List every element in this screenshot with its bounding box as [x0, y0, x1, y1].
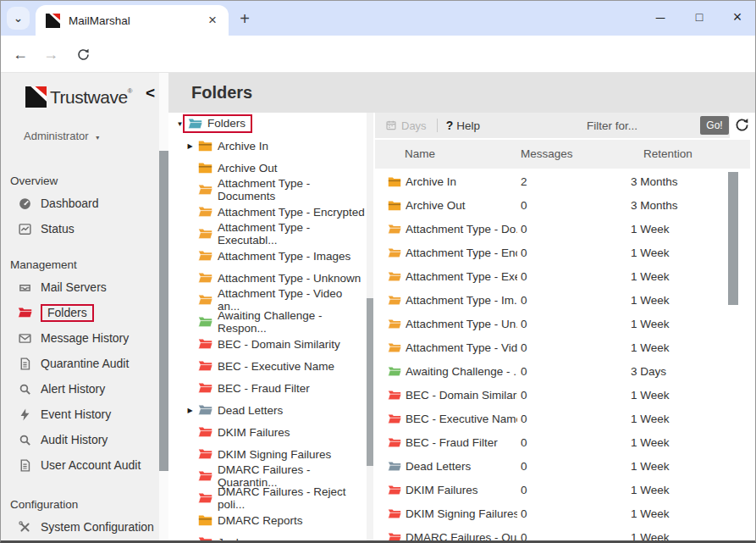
help-button[interactable]: ? Help	[446, 119, 480, 132]
tree-item-dkim-failures[interactable]: DKIM Failures	[168, 421, 367, 443]
sidebar-scrollbar-thumb[interactable]	[159, 151, 168, 471]
tree-item-attachment-type-unknown[interactable]: Attachment Type - Unknown	[168, 267, 367, 289]
column-header-name[interactable]: Name	[405, 147, 435, 160]
browser-tab[interactable]: MailMarshal ×	[36, 5, 229, 36]
tree-item-attachment-type-documents[interactable]: Attachment Type - Documents	[168, 179, 367, 201]
table-body: Archive In23 MonthsArchive Out03 MonthsA…	[375, 170, 750, 543]
table-row-dead-letters[interactable]: Dead Letters01 Week	[375, 455, 750, 479]
sidebar-scrollbar[interactable]	[159, 73, 168, 543]
tree-label-box: BEC - Executive Name	[196, 360, 334, 373]
tree-item-awaiting-challenge-respon[interactable]: Awaiting Challenge - Respon...	[168, 311, 367, 333]
filter-input[interactable]	[587, 115, 697, 136]
sidebar-item-mail-servers[interactable]: Mail Servers	[0, 274, 168, 300]
folder-open-icon	[388, 413, 401, 424]
tree-item-attachment-type-video-an[interactable]: Attachment Type - Video an...	[168, 289, 367, 311]
sidebar-item-audit-history[interactable]: Audit History	[0, 427, 168, 452]
refresh-button[interactable]	[734, 117, 751, 134]
cell-name: Archive Out	[406, 199, 517, 212]
tab-close-icon[interactable]: ×	[205, 12, 220, 29]
tree-item-dmarc-reports[interactable]: DMARC Reports	[168, 509, 367, 531]
cell-messages: 0	[521, 389, 527, 402]
table-row-dmarc-failures-qua[interactable]: DMARC Failures - Qua...01 Week	[375, 526, 750, 543]
tree-item-bec-domain-similarity[interactable]: BEC - Domain Similarity	[168, 333, 367, 355]
go-button[interactable]: Go!	[700, 116, 729, 135]
sidebar-item-event-history[interactable]: Event History	[0, 402, 168, 427]
folder-open-icon	[388, 271, 401, 282]
table-row-bec-executive-name[interactable]: BEC - Executive Name01 Week	[375, 407, 750, 431]
sidebar-item-message-history[interactable]: Message History	[0, 325, 168, 351]
sidebar-item-user-account-audit[interactable]: User Account Audit	[0, 452, 168, 478]
sidebar-item-system-configuration[interactable]: System Configuration	[0, 514, 168, 540]
table-row-awaiting-challenge[interactable]: Awaiting Challenge - ...03 Days	[375, 360, 750, 384]
sidebar-item-quarantine-audit[interactable]: Quarantine Audit	[0, 351, 168, 376]
folder-open-icon	[196, 426, 218, 438]
reload-button[interactable]	[70, 36, 96, 73]
table-row-archive-out[interactable]: Archive Out03 Months	[375, 194, 750, 218]
content-toolbar: Days ? Help Go!	[375, 113, 730, 138]
tab-list-button[interactable]: ⌄	[7, 7, 30, 30]
window-close-button[interactable]: ×	[719, 0, 756, 34]
tree-item-label: Folders	[207, 117, 246, 130]
cell-messages: 0	[521, 270, 527, 283]
tree-item-dmarc-failures-quarantin[interactable]: DMARC Failures - Quarantin...	[168, 465, 367, 487]
sidebar-item-alert-history[interactable]: Alert History	[0, 376, 168, 402]
tree-item-attachment-type-executabl[interactable]: Attachment Type - Executabl...	[168, 223, 367, 245]
sidebar-item-email-policy[interactable]: Email Policy	[0, 540, 168, 543]
tree-item-attachment-type-encrypted[interactable]: Attachment Type - Encrypted	[168, 201, 367, 223]
table-row-dkim-failures[interactable]: DKIM Failures01 Week	[375, 479, 750, 502]
folder-open-icon	[196, 338, 218, 350]
tree-scrollbar-thumb[interactable]	[367, 298, 373, 466]
cell-messages: 0	[521, 436, 527, 449]
table-row-attachment-type-im[interactable]: Attachment Type - Im...01 Week	[375, 289, 750, 313]
tree-item-archive-in[interactable]: ▶Archive In	[168, 135, 367, 157]
new-tab-button[interactable]: +	[234, 8, 256, 30]
table-row-attachment-type-do[interactable]: Attachment Type - Do...01 Week	[375, 218, 750, 241]
tree-item-bec-executive-name[interactable]: BEC - Executive Name	[168, 355, 367, 377]
page-header: Folders	[168, 73, 756, 113]
table-row-dkim-signing-failures[interactable]: DKIM Signing Failures01 Week	[375, 502, 750, 526]
doc-icon	[17, 457, 32, 473]
tree-item-dmarc-failures-reject-poli[interactable]: DMARC Failures - Reject poli...	[168, 487, 367, 509]
folder-open-icon	[196, 206, 218, 218]
window-minimize-button[interactable]: ─	[642, 0, 679, 34]
expander-right-icon[interactable]: ▶	[184, 407, 196, 414]
table-row-bec-fraud-filter[interactable]: BEC - Fraud Filter01 Week	[375, 431, 750, 455]
sidebar-item-label: Alert History	[41, 382, 105, 396]
window-maximize-button[interactable]: □	[681, 0, 718, 34]
table-row-attachment-type-un[interactable]: Attachment Type - Un...01 Week	[375, 313, 750, 336]
back-button[interactable]: ←	[8, 36, 33, 73]
tree-item-bec-fraud-filter[interactable]: BEC - Fraud Filter	[168, 377, 367, 399]
tree-item-dkim-signing-failures[interactable]: DKIM Signing Failures	[168, 443, 367, 465]
days-button[interactable]: Days	[385, 119, 427, 132]
sidebar-item-dashboard[interactable]: Dashboard	[0, 191, 168, 216]
tree-item-folders[interactable]: ▼Folders	[168, 113, 367, 135]
expander-right-icon[interactable]: ▶	[184, 142, 196, 150]
column-header-messages[interactable]: Messages	[521, 147, 573, 160]
sidebar-collapse-button[interactable]: <	[146, 84, 155, 103]
tree-label-box: Dead Letters	[196, 404, 283, 417]
tree-scrollbar[interactable]	[367, 113, 373, 543]
cell-name: DKIM Failures	[406, 484, 517, 496]
sidebar-item-folders[interactable]: Folders	[0, 300, 168, 325]
table-row-attachment-type-vid[interactable]: Attachment Type - Vid...01 Week	[375, 336, 750, 360]
column-header-retention[interactable]: Retention	[643, 147, 693, 160]
tree-item-dead-letters[interactable]: ▶Dead Letters	[168, 399, 367, 421]
user-menu[interactable]: Administrator ▾	[24, 130, 168, 142]
tree-item-junk[interactable]: Junk	[168, 531, 367, 543]
tree-item-archive-out[interactable]: Archive Out	[168, 157, 367, 179]
table-row-attachment-type-enc[interactable]: Attachment Type - Enc...01 Week	[375, 241, 750, 265]
table-scrollbar-thumb[interactable]	[728, 172, 738, 305]
sidebar-item-status[interactable]: Status	[0, 216, 168, 241]
table-row-bec-domain-similarity[interactable]: BEC - Domain Similarity01 Week	[375, 384, 750, 407]
tree-item-attachment-type-images[interactable]: Attachment Type - Images	[168, 245, 367, 267]
sidebar-section-label-management: Management	[10, 258, 168, 271]
tree-item-label: Awaiting Challenge - Respon...	[218, 309, 367, 335]
folder-open-icon	[388, 508, 401, 519]
chart-icon	[17, 221, 32, 236]
table-row-archive-in[interactable]: Archive In23 Months	[375, 170, 750, 194]
folder-open-icon	[196, 250, 218, 262]
folder-tree: ▼Folders▶Archive InArchive OutAttachment…	[168, 113, 367, 543]
cell-retention: 1 Week	[631, 413, 670, 425]
table-row-attachment-type-exe[interactable]: Attachment Type - Exe...01 Week	[375, 265, 750, 289]
forward-button[interactable]: →	[38, 36, 63, 73]
